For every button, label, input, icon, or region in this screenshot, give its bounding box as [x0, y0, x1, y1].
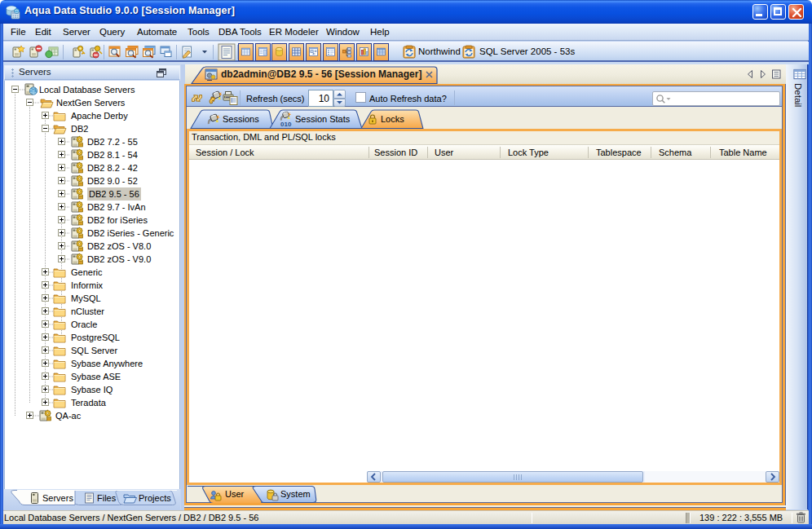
svg-text:010: 010 — [280, 121, 292, 127]
